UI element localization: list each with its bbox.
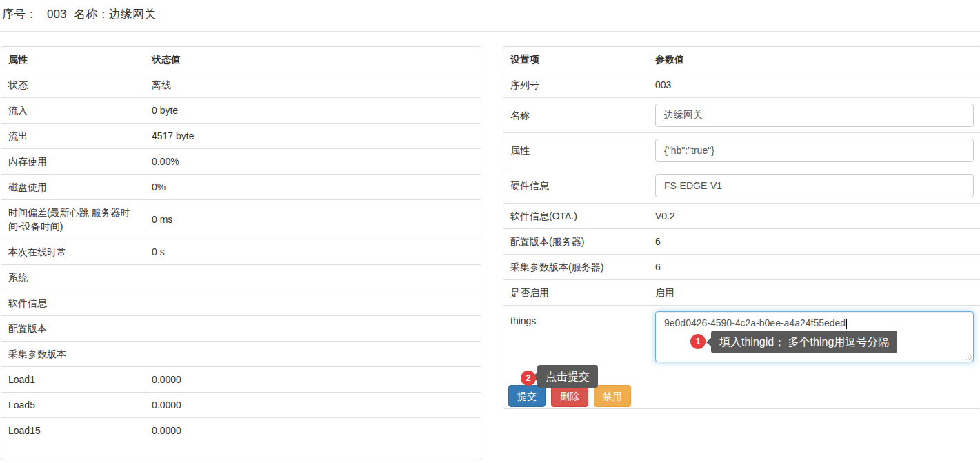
settings-row-software-ota: 软件信息(OTA.) V0.2 (503, 204, 980, 229)
row-label: 序列号 (503, 72, 648, 98)
row-label: 配置版本(服务器) (503, 229, 648, 255)
settings-panel: 设置项 参数值 序列号 003 名称 属性 硬件信息 软件信息(OTA.) (503, 46, 980, 409)
step-1-tooltip: 填入thingid； 多个thing用逗号分隔 (711, 331, 897, 353)
row-label: 采集参数版本(服务器) (503, 255, 648, 280)
row-value: V0.2 (648, 204, 980, 229)
hardware-input[interactable] (655, 174, 974, 197)
settings-row-enabled: 是否启用 启用 (503, 280, 980, 306)
settings-row-config-version: 配置版本(服务器) 6 (503, 229, 980, 255)
row-label: 内存使用 (1, 149, 145, 175)
status-row-load5: Load50.0000 (1, 393, 481, 418)
settings-table-header: 设置项 参数值 (503, 47, 980, 72)
row-label: 软件信息(OTA.) (503, 204, 648, 229)
step-2-tooltip: 点击提交 (537, 365, 598, 388)
step-1-badge: 1 (690, 334, 706, 349)
row-label: Load1 (1, 367, 145, 393)
settings-row-hardware: 硬件信息 (503, 168, 980, 204)
settings-row-name: 名称 (503, 98, 980, 133)
status-row-load1: Load10.0000 (1, 367, 481, 393)
row-value: 4517 byte (145, 124, 481, 149)
settings-row-collect-version: 采集参数版本(服务器) 6 (503, 255, 980, 280)
status-row-disk: 磁盘使用0% (1, 175, 481, 200)
row-value: 启用 (648, 280, 980, 306)
name-label: 名称： (74, 8, 109, 21)
serial-value: 003 (47, 8, 66, 21)
status-row-outflow: 流出4517 byte (1, 124, 481, 149)
row-label: 系统 (1, 265, 145, 290)
status-table-header: 属性 状态值 (1, 47, 481, 72)
status-row-online-duration: 本次在线时常0 s (1, 239, 481, 265)
resize-handle-icon[interactable] (965, 353, 972, 360)
row-value: 0.0000 (145, 393, 481, 418)
status-panel: 属性 状态值 状态离线 流入0 byte 流出4517 byte 内存使用0.0… (1, 46, 481, 460)
status-table: 属性 状态值 状态离线 流入0 byte 流出4517 byte 内存使用0.0… (1, 47, 481, 443)
row-label: 是否启用 (503, 280, 648, 306)
serial-label: 序号： (2, 8, 37, 21)
settings-row-serial: 序列号 003 (503, 72, 980, 98)
row-value: 003 (648, 72, 980, 98)
row-label: 属性 (503, 133, 648, 168)
row-label: Load15 (1, 418, 145, 444)
row-value: 0.00% (145, 149, 481, 175)
row-label: 磁盘使用 (1, 175, 145, 200)
status-col-value: 状态值 (145, 47, 481, 72)
row-value: 0.0000 (145, 367, 481, 393)
status-row-load15: Load150.0000 (1, 418, 481, 444)
row-label: 名称 (503, 98, 648, 133)
things-value: 9e0d0426-4590-4c2a-b0ee-a4a24f55eded (664, 317, 846, 328)
attributes-input[interactable] (655, 139, 974, 162)
row-value: 6 (648, 255, 980, 280)
delete-button[interactable]: 删除 (551, 385, 588, 407)
row-value: 0 ms (145, 200, 481, 239)
settings-col-value: 参数值 (648, 47, 980, 72)
settings-col-item: 设置项 (503, 47, 648, 72)
row-value (145, 265, 481, 290)
row-value (145, 290, 481, 316)
row-value: 离线 (145, 72, 481, 98)
row-label: 硬件信息 (503, 168, 648, 204)
row-label: 流入 (1, 98, 145, 124)
status-row-inflow: 流入0 byte (1, 98, 481, 124)
row-label: 配置版本 (1, 316, 145, 342)
row-label: 采集参数版本 (1, 342, 145, 367)
status-col-attribute: 属性 (1, 47, 145, 72)
row-value (145, 316, 481, 342)
status-row-collect-version: 采集参数版本 (1, 342, 481, 367)
row-label: 流出 (1, 124, 145, 149)
disable-button[interactable]: 禁用 (594, 385, 631, 407)
name-input[interactable] (655, 104, 974, 127)
step-2-badge: 2 (521, 371, 536, 386)
status-row-memory: 内存使用0.00% (1, 149, 481, 175)
page-title: 序号：003 名称：边缘网关 (0, 0, 980, 32)
row-label: 状态 (1, 72, 145, 98)
row-label: things (503, 306, 648, 368)
status-row-state: 状态离线 (1, 72, 481, 98)
settings-row-attributes: 属性 (503, 133, 980, 168)
submit-button[interactable]: 提交 (508, 385, 546, 407)
row-label: 时间偏差(最新心跳 服务器时间-设备时间) (1, 200, 145, 239)
row-value: 0% (145, 175, 481, 200)
name-value: 边缘网关 (109, 8, 156, 21)
status-row-config-version: 配置版本 (1, 316, 481, 342)
row-value: 6 (648, 229, 980, 255)
status-row-time-offset: 时间偏差(最新心跳 服务器时间-设备时间)0 ms (1, 200, 481, 239)
row-value: 0 s (145, 239, 481, 265)
status-row-software: 软件信息 (1, 290, 481, 316)
settings-table: 设置项 参数值 序列号 003 名称 属性 硬件信息 软件信息(OTA.) (503, 47, 980, 368)
status-row-system: 系统 (1, 265, 481, 290)
row-label: Load5 (1, 393, 145, 418)
row-label: 本次在线时常 (1, 239, 145, 265)
row-value: 0 byte (145, 98, 481, 124)
row-value (145, 342, 481, 367)
row-label: 软件信息 (1, 290, 145, 316)
text-caret (846, 319, 847, 329)
row-value: 0.0000 (145, 418, 481, 444)
